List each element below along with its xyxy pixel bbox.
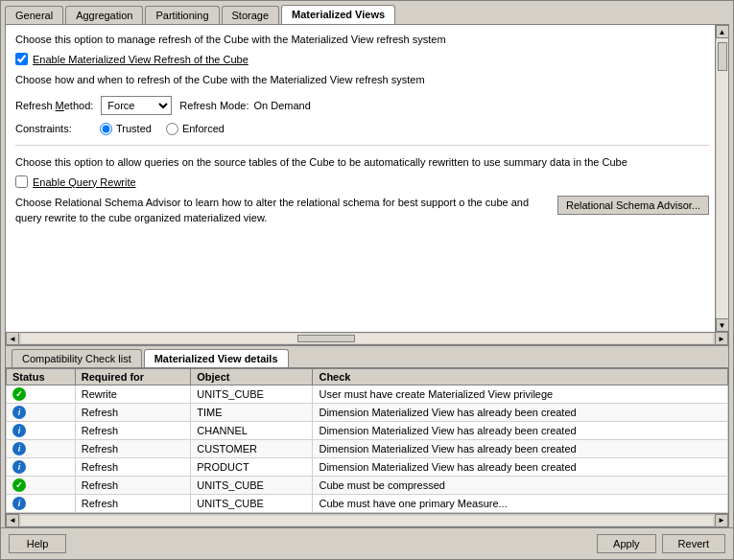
apply-button[interactable]: Apply	[597, 534, 656, 553]
table-row: iRefreshCHANNELDimension Materialized Vi…	[7, 422, 728, 440]
trusted-radio[interactable]	[100, 123, 112, 135]
table-row: iRefreshCUSTOMERDimension Materialized V…	[7, 440, 728, 458]
check-cell: Dimension Materialized View has already …	[313, 440, 728, 458]
check-cell: Dimension Materialized View has already …	[313, 458, 728, 477]
bottom-panel: Compatibility Check list Materialized Vi…	[6, 345, 728, 526]
enable-mv-refresh-checkbox[interactable]	[15, 53, 28, 65]
col-object: Object	[191, 369, 313, 385]
description1: Choose this option to manage refresh of …	[15, 33, 709, 47]
scroll-up-arrow[interactable]: ▲	[716, 25, 729, 38]
status-cell: ✓	[7, 477, 76, 495]
check-cell: User must have create Materialized View …	[313, 385, 728, 404]
refresh-mode-display: Refresh Mode: On Demand	[179, 100, 310, 111]
h-scrollbar[interactable]: ◄ ►	[6, 332, 728, 345]
col-required-for: Required for	[75, 369, 191, 385]
required_for-cell: Refresh	[75, 458, 191, 477]
table-container: Status Required for Object Check ✓Rewrit…	[6, 368, 728, 513]
h-scroll-right[interactable]: ►	[715, 332, 728, 345]
check-cell: Dimension Materialized View has already …	[313, 404, 728, 422]
scroll-down-arrow[interactable]: ▼	[716, 318, 729, 332]
col-check: Check	[313, 369, 728, 385]
tab-partitioning[interactable]: Partitioning	[145, 6, 219, 24]
table-row: iRefreshTIMEDimension Materialized View …	[7, 404, 728, 422]
status-cell: i	[7, 458, 76, 477]
action-bar: Help Apply Revert	[1, 527, 733, 559]
tab-general[interactable]: General	[5, 6, 63, 24]
bottom-h-scroll-left[interactable]: ◄	[6, 514, 19, 527]
tab-materialized-views[interactable]: Materialized Views	[281, 5, 395, 24]
h-scroll-thumb[interactable]	[297, 335, 355, 342]
object-cell: UNITS_CUBE	[191, 385, 313, 404]
table-row: iRefreshUNITS_CUBECube must have one pri…	[7, 495, 728, 513]
info-icon: i	[12, 460, 26, 474]
status-cell: i	[7, 422, 76, 440]
tab-bar: General Aggregation Partitioning Storage…	[1, 1, 733, 24]
advisor-desc: Choose Relational Schema Advisor to lear…	[15, 196, 548, 225]
object-cell: CUSTOMER	[191, 440, 313, 458]
table-row: iRefreshPRODUCTDimension Materialized Vi…	[7, 458, 728, 477]
trusted-radio-item: Trusted	[100, 123, 152, 135]
object-cell: TIME	[191, 404, 313, 422]
check-cell: Cube must have one primary Measure...	[313, 495, 728, 513]
scroll-track	[717, 38, 728, 318]
constraints-radio-group: Trusted Enforced	[100, 123, 225, 135]
bottom-h-scroll-track	[21, 516, 713, 525]
refresh-method-label: Refresh Method:	[15, 100, 93, 111]
tab-aggregation[interactable]: Aggregation	[65, 6, 143, 24]
info-icon: i	[12, 424, 26, 437]
main-panel: Choose this option to manage refresh of …	[5, 24, 729, 527]
status-cell: i	[7, 495, 76, 513]
scroll-thumb[interactable]	[718, 42, 727, 71]
constraints-row: Constraints: Trusted Enforced	[15, 123, 709, 135]
description2: Choose how and when to refresh of the Cu…	[15, 73, 709, 87]
required_for-cell: Refresh	[75, 477, 191, 495]
refresh-method-row: Refresh Method: Force Complete Fast Neve…	[15, 96, 709, 115]
revert-button[interactable]: Revert	[662, 534, 725, 553]
refresh-mode-label: Refresh Mode:	[179, 100, 249, 111]
relational-schema-advisor-button[interactable]: Relational Schema Advisor...	[557, 196, 709, 215]
help-button[interactable]: Help	[9, 534, 66, 553]
tab-mv-details[interactable]: Materialized View details	[144, 349, 289, 367]
info-icon: i	[12, 497, 26, 510]
check-icon: ✓	[12, 478, 26, 492]
check-cell: Dimension Materialized View has already …	[313, 422, 728, 440]
h-scroll-left[interactable]: ◄	[6, 332, 19, 345]
main-window: General Aggregation Partitioning Storage…	[0, 0, 734, 560]
status-cell: ✓	[7, 385, 76, 404]
enable-query-rewrite-label: Enable Query Rewrite	[33, 176, 136, 188]
table-row: ✓RewriteUNITS_CUBEUser must have create …	[7, 385, 728, 404]
bottom-h-scroll-right[interactable]: ►	[715, 514, 728, 527]
description3: Choose this option to allow queries on t…	[15, 155, 709, 170]
enforced-radio[interactable]	[166, 123, 178, 135]
status-cell: i	[7, 440, 76, 458]
enforced-label: Enforced	[182, 123, 225, 134]
tab-storage[interactable]: Storage	[222, 6, 280, 24]
bottom-tab-bar: Compatibility Check list Materialized Vi…	[6, 346, 728, 368]
enforced-radio-item: Enforced	[166, 123, 225, 135]
advisor-row: Choose Relational Schema Advisor to lear…	[15, 196, 709, 225]
tab-compatibility[interactable]: Compatibility Check list	[12, 349, 142, 367]
action-bar-right: Apply Revert	[597, 534, 725, 553]
constraints-label: Constraints:	[15, 123, 92, 134]
trusted-label: Trusted	[116, 123, 152, 134]
table-row: ✓RefreshUNITS_CUBECube must be compresse…	[7, 477, 728, 495]
col-status: Status	[7, 369, 76, 385]
divider1	[15, 145, 709, 146]
top-panel: Choose this option to manage refresh of …	[6, 25, 728, 332]
h-scroll-track	[21, 334, 713, 343]
enable-mv-refresh-label: Enable Materialized View Refresh of the …	[33, 54, 249, 65]
object-cell: UNITS_CUBE	[191, 495, 313, 513]
required_for-cell: Refresh	[75, 495, 191, 513]
refresh-mode-value: On Demand	[254, 100, 311, 111]
object-cell: PRODUCT	[191, 458, 313, 477]
object-cell: CHANNEL	[191, 422, 313, 440]
required_for-cell: Rewrite	[75, 385, 191, 404]
status-cell: i	[7, 404, 76, 422]
top-panel-scrollbar[interactable]: ▲ ▼	[715, 25, 728, 332]
required_for-cell: Refresh	[75, 404, 191, 422]
refresh-method-select[interactable]: Force Complete Fast Never	[101, 96, 172, 115]
enable-query-rewrite-row: Enable Query Rewrite	[15, 175, 709, 188]
enable-query-rewrite-checkbox[interactable]	[15, 175, 28, 188]
required_for-cell: Refresh	[75, 440, 191, 458]
bottom-h-scrollbar[interactable]: ◄ ►	[6, 513, 728, 526]
